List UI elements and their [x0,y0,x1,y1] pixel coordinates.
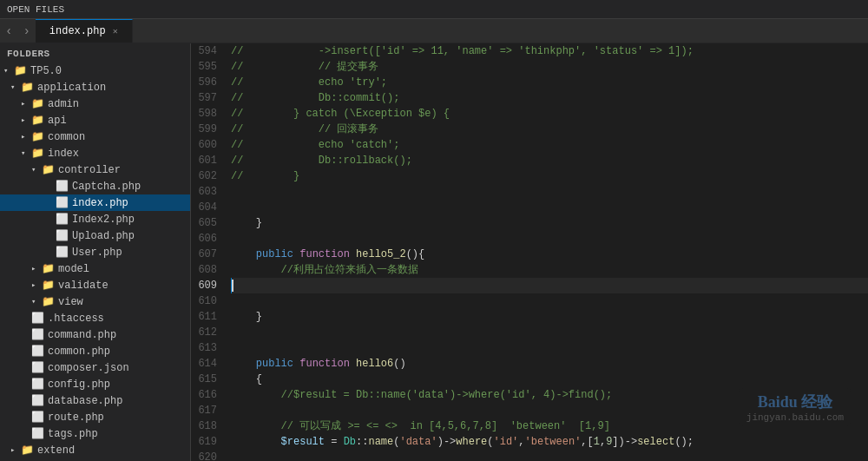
folder-icon: 📁 [42,262,55,275]
editor-content: 594 595 596 597 598 599 600 601 602 603 … [191,43,868,461]
code-line: //$result = Db::name('data')->where('id'… [231,387,868,403]
sidebar-item-application[interactable]: ▾ 📁 application [0,79,190,95]
sidebar-item-label: Upload.php [72,230,135,242]
code-line: public function hello6() [231,356,868,372]
sidebar-item-index2[interactable]: ⬜ Index2.php [0,211,190,227]
php-file-icon: ⬜ [56,180,69,193]
main-content: FOLDERS ▾ 📁 TP5.0 ▾ 📁 application ▸ 📁 ad… [0,43,868,461]
code-line: // // 回滚事务 [231,122,868,137]
sidebar-item-label: application [37,82,106,94]
sidebar-item-label: database.php [48,395,122,407]
folder-icon: 📁 [21,444,34,457]
code-line: // ->insert(['id' => 11, 'name' => 'thin… [231,43,868,59]
php-file-icon: ⬜ [31,328,44,341]
sidebar[interactable]: FOLDERS ▾ 📁 TP5.0 ▾ 📁 application ▸ 📁 ad… [0,43,191,461]
sidebar-item-view[interactable]: ▾ 📁 view [0,293,190,310]
htaccess-file-icon: ⬜ [31,312,44,325]
tab-label: index.php [49,25,106,37]
php-file-icon: ⬜ [31,394,44,407]
tab-nav-forward[interactable]: › [17,19,35,43]
sidebar-item-route[interactable]: ⬜ route.php [0,409,190,425]
sidebar-item-label: Captcha.php [72,181,141,193]
arrow-tp5: ▾ [3,66,14,76]
sidebar-item-common[interactable]: ▸ 📁 common [0,128,190,145]
folder-icon: 📁 [31,97,44,110]
sidebar-item-model[interactable]: ▸ 📁 model [0,260,190,277]
folder-icon: 📁 [42,295,55,308]
sidebar-item-tp5[interactable]: ▾ 📁 TP5.0 [0,63,190,79]
code-line: // } [231,168,868,184]
sidebar-item-api[interactable]: ▸ 📁 api [0,112,190,128]
code-line: // // 提交事务 [231,59,868,75]
code-line [231,200,868,215]
arrow-application: ▾ [10,82,21,92]
sidebar-item-label: admin [48,98,79,110]
sidebar-item-controller[interactable]: ▾ 📁 controller [0,161,190,178]
code-line: public function hello5_2(){ [231,247,868,262]
code-line: { [231,372,868,387]
tab-index-php[interactable]: index.php ✕ [36,19,133,43]
sidebar-item-label: .htaccess [48,313,104,325]
sidebar-item-tags[interactable]: ⬜ tags.php [0,425,190,442]
folder-icon: 📁 [31,114,44,127]
sidebar-item-config[interactable]: ⬜ config.php [0,376,190,392]
sidebar-item-label: validate [58,280,108,292]
code-editor[interactable]: 594 595 596 597 598 599 600 601 602 603 … [191,43,868,461]
sidebar-item-database[interactable]: ⬜ database.php [0,392,190,409]
sidebar-item-label: Index2.php [72,214,135,226]
code-line [231,184,868,200]
sidebar-item-label: tags.php [48,428,98,440]
sidebar-item-validate[interactable]: ▸ 📁 validate [0,277,190,293]
code-line: // echo 'catch'; [231,137,868,153]
arrow-common: ▸ [21,132,31,142]
arrow-model: ▸ [31,264,42,273]
code-line: } [231,215,868,231]
sidebar-item-label: index [48,148,79,160]
line-numbers: 594 595 596 597 598 599 600 601 602 603 … [191,43,227,461]
code-area[interactable]: // ->insert(['id' => 11, 'name' => 'thin… [227,43,868,461]
tab-bar: ‹ › index.php ✕ [0,19,868,43]
arrow-extend: ▸ [10,445,21,455]
sidebar-item-label: TP5.0 [30,65,62,77]
sidebar-item-label: extend [37,445,75,457]
code-line: // Db::rollback(); [231,153,868,168]
arrow-validate: ▸ [31,280,42,290]
code-line [231,231,868,247]
tab-nav-back[interactable]: ‹ [0,19,17,43]
php-file-icon: ⬜ [31,411,44,424]
sidebar-item-common-php[interactable]: ⬜ common.php [0,343,190,359]
sidebar-item-label: view [58,296,83,308]
php-file-icon: ⬜ [56,196,69,209]
code-line: //利用占位符来插入一条数据 [231,262,868,278]
tab-close-icon[interactable]: ✕ [113,26,118,36]
sidebar-item-extend[interactable]: ▸ 📁 extend [0,442,190,458]
sidebar-item-index[interactable]: ▾ 📁 index [0,145,190,161]
code-line: // 可以写成 >= <= <> in [4,5,6,7,8] 'between… [231,418,868,434]
sidebar-item-user[interactable]: ⬜ User.php [0,244,190,260]
folder-icon: 📁 [14,64,27,77]
code-line: // echo 'try'; [231,75,868,90]
php-file-icon: ⬜ [31,378,44,391]
arrow-index: ▾ [21,148,31,158]
sidebar-item-captcha[interactable]: ⬜ Captcha.php [0,178,190,194]
php-file-icon: ⬜ [56,213,69,226]
sidebar-item-admin[interactable]: ▸ 📁 admin [0,95,190,112]
sidebar-item-label: command.php [48,329,116,341]
sidebar-item-label: User.php [72,247,122,259]
php-file-icon: ⬜ [56,246,69,259]
sidebar-item-composer[interactable]: ⬜ composer.json [0,359,190,376]
code-line: // } catch (\Exception $e) { [231,106,868,122]
arrow-controller: ▾ [31,165,42,175]
code-line [231,340,868,356]
sidebar-item-index-php[interactable]: ⬜ index.php [0,194,190,211]
sidebar-item-label: controller [58,164,121,176]
sidebar-item-command[interactable]: ⬜ command.php [0,326,190,343]
code-line: } [231,309,868,325]
sidebar-item-label: composer.json [48,362,129,374]
sidebar-item-label: index.php [72,197,128,209]
sidebar-item-label: route.php [48,412,104,424]
folder-icon: 📁 [21,81,34,94]
folder-icon: 📁 [31,130,44,143]
sidebar-item-upload[interactable]: ⬜ Upload.php [0,227,190,244]
sidebar-item-htaccess[interactable]: ⬜ .htaccess [0,310,190,326]
